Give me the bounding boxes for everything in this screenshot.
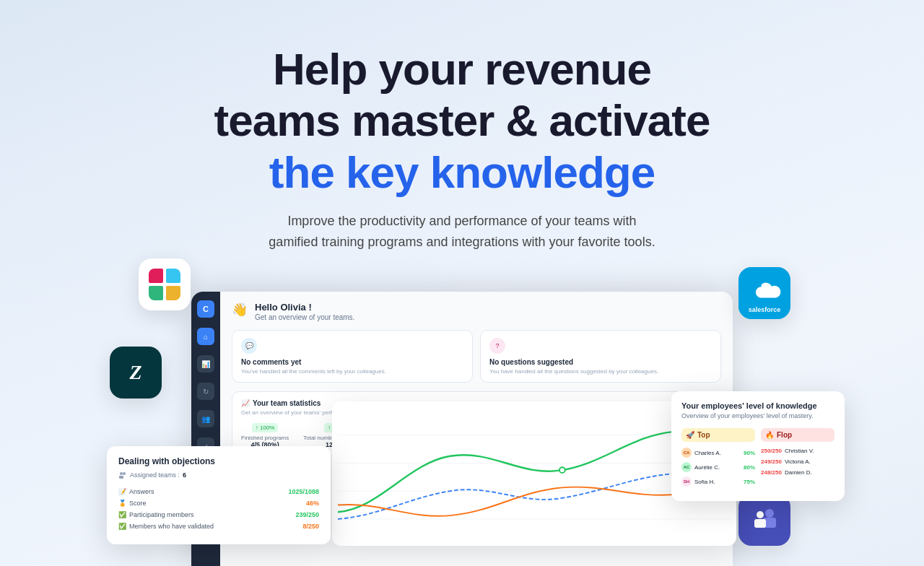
card2-subtitle: You have handled all the questions sugge…: [489, 368, 712, 375]
kp-flop-column: 🔥 Flop 250/250 Christian V. 249/250 Vict…: [761, 428, 834, 491]
stats-title-text: Your team statistics: [253, 399, 321, 407]
svg-point-11: [559, 467, 565, 473]
dashboard-greeting: 👋 Hello Olivia ! Get an overview of your…: [232, 302, 721, 321]
dwo-meta-label: Assigned teams :: [130, 471, 180, 479]
answers-icon: 📝: [118, 488, 126, 495]
teams-integration-icon[interactable]: [738, 494, 790, 546]
slack-integration-icon[interactable]: [139, 258, 191, 310]
sidebar-users-icon[interactable]: 👥: [197, 410, 214, 427]
dwo-meta-value: 6: [183, 471, 186, 479]
svg-point-2: [757, 511, 764, 518]
kp-subtitle: Overview of your employees' level of mas…: [681, 412, 834, 419]
score-damien: 248/250: [761, 469, 782, 476]
no-questions-card: ? No questions suggested You have handle…: [480, 330, 721, 383]
name-aurelie: Aurélie C.: [694, 464, 741, 471]
top-label: Top: [697, 431, 710, 439]
kp-top-column: 🚀 Top CA Charles A. 90% AC Aurélie C. 80…: [681, 428, 755, 491]
greeting-title: Hello Olivia !: [255, 302, 354, 313]
subtitle-line2: gamified training programs and integrati…: [269, 235, 655, 249]
kp-columns: 🚀 Top CA Charles A. 90% AC Aurélie C. 80…: [681, 428, 834, 491]
name-victoria: Victoria A.: [785, 458, 811, 465]
pct-aurelie: 80%: [744, 464, 755, 471]
avatar-sofia: SH: [681, 476, 692, 487]
name-charles: Charles A.: [694, 450, 741, 456]
hero-section: Help your revenue teams master & activat…: [0, 0, 924, 252]
score-label: 🏅 Score: [118, 500, 147, 507]
greeting-subtitle: Get an overview of your teams.: [255, 313, 354, 321]
card1-subtitle: You've handled all the comments left by …: [241, 368, 463, 375]
svg-point-0: [765, 509, 774, 518]
score-value: 46%: [306, 500, 319, 507]
kp-flop-header: 🔥 Flop: [761, 428, 834, 442]
knowledge-panel: Your employees' level of knowledge Overv…: [671, 391, 845, 501]
kp-top-header: 🚀 Top: [681, 428, 755, 442]
dwo-row-participating: ✅ Participating members 239/250: [118, 511, 319, 518]
kp-title: Your employees' level of knowledge: [681, 401, 834, 410]
question-icon: ?: [489, 338, 505, 354]
hero-subtitle: Improve the productivity and performance…: [0, 211, 924, 253]
score-victoria: 249/250: [761, 458, 782, 465]
participating-icon: ✅: [118, 511, 126, 518]
programs-badge: ↑ 100%: [252, 423, 279, 432]
kp-top-row-1: CA Charles A. 90%: [681, 448, 755, 458]
dwo-title: Dealing with objections: [118, 456, 319, 466]
validated-icon: ✅: [118, 523, 126, 530]
rocket-emoji: 🚀: [686, 431, 694, 439]
subtitle-line1: Improve the productivity and performance…: [287, 214, 636, 228]
dwo-row-score: 🏅 Score 46%: [118, 500, 319, 507]
zendesk-integration-icon[interactable]: Z: [110, 347, 162, 399]
comment-icon: 💬: [241, 338, 257, 354]
participating-value: 239/250: [295, 511, 319, 518]
answers-value: 1025/1088: [288, 488, 319, 495]
hero-title: Help your revenue teams master & activat…: [0, 43, 924, 198]
svg-rect-6: [119, 476, 123, 479]
teams-meta-icon: [118, 471, 127, 479]
salesforce-integration-icon[interactable]: salesforce: [738, 267, 790, 319]
flop-label: Flop: [777, 431, 792, 439]
fire-emoji: 🔥: [765, 431, 774, 439]
chart-emoji: 📈: [241, 399, 250, 407]
sidebar-home-icon[interactable]: ⌂: [197, 328, 214, 345]
validated-value: 8/250: [302, 523, 319, 530]
dwo-row-answers: 📝 Answers 1025/1088: [118, 488, 319, 495]
dwo-row-validated: ✅ Members who have validated 8/250: [118, 523, 319, 530]
card1-title: No comments yet: [241, 358, 463, 366]
pct-charles: 90%: [744, 450, 755, 456]
participating-label: ✅ Participating members: [118, 511, 194, 518]
answers-label: 📝 Answers: [118, 488, 154, 495]
hero-line1: Help your revenue: [273, 44, 651, 94]
name-sofia: Sofia H.: [694, 479, 741, 485]
name-damien: Damien D.: [785, 469, 812, 476]
validated-label: ✅ Members who have validated: [118, 523, 214, 530]
name-christian: Christian V.: [785, 448, 814, 454]
svg-rect-3: [754, 519, 766, 528]
dwo-meta: Assigned teams : 6: [118, 471, 319, 479]
avatar-charles: CA: [681, 448, 692, 458]
dashboard-cards-row: 💬 No comments yet You've handled all the…: [232, 330, 721, 383]
kp-flop-row-3: 248/250 Damien D.: [761, 469, 834, 476]
kp-top-row-3: SH Sofia H. 75%: [681, 476, 755, 487]
kp-flop-row-2: 249/250 Victoria A.: [761, 458, 834, 465]
hero-line2: teams master & activate: [214, 95, 710, 145]
svg-point-5: [123, 472, 126, 475]
pct-sofia: 75%: [744, 479, 755, 485]
score-christian: 250/250: [761, 448, 782, 454]
no-comments-card: 💬 No comments yet You've handled all the…: [232, 330, 473, 383]
finished-programs-stat: ↑ 100% Finished programs 4/5 (80%): [241, 423, 289, 448]
avatar-aurelie: AC: [681, 462, 692, 472]
score-icon: 🏅: [118, 500, 126, 507]
sidebar-refresh-icon[interactable]: ↻: [197, 383, 214, 400]
kp-flop-row-1: 250/250 Christian V.: [761, 448, 834, 454]
programs-label: Finished programs: [241, 435, 289, 441]
hero-line3: the key knowledge: [269, 147, 655, 197]
dwo-card: Dealing with objections Assigned teams :…: [107, 446, 331, 544]
card2-title: No questions suggested: [489, 358, 712, 366]
sidebar-chart-icon[interactable]: 📊: [197, 355, 214, 373]
dwo-rows: 📝 Answers 1025/1088 🏅 Score 46% ✅ Partic…: [118, 488, 319, 530]
zendesk-logo: Z: [110, 347, 162, 399]
sidebar-logo: C: [197, 300, 214, 318]
kp-top-row-2: AC Aurélie C. 80%: [681, 462, 755, 472]
svg-point-4: [120, 472, 123, 475]
wave-emoji: 👋: [232, 302, 248, 318]
